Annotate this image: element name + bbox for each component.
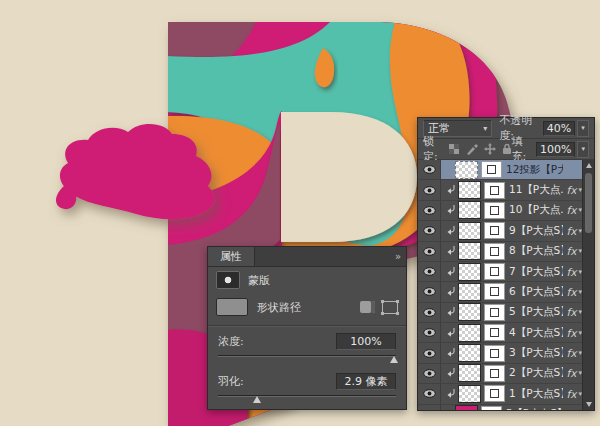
scroll-down-icon[interactable] <box>586 402 592 407</box>
lock-pixels-brush-icon[interactable] <box>466 144 478 155</box>
feather-slider-thumb[interactable] <box>253 396 261 403</box>
vector-mask-thumbnail[interactable] <box>481 161 502 178</box>
lock-position-move-icon[interactable] <box>484 143 496 155</box>
fx-badge[interactable]: fx <box>567 225 577 237</box>
fx-badge[interactable]: fx <box>567 306 577 318</box>
visibility-toggle[interactable] <box>418 364 441 383</box>
layer-row[interactable]: 6【P大点S】 fx ▾ <box>418 282 583 302</box>
layer-name[interactable]: 2【P大点S】 <box>509 366 563 380</box>
fx-badge[interactable]: fx <box>567 347 577 359</box>
layer-thumbnail[interactable] <box>458 222 481 240</box>
tab-properties[interactable]: 属性 <box>208 247 255 266</box>
layer-name[interactable]: 11【P大点... <box>509 183 563 197</box>
lock-transparency-icon[interactable] <box>449 144 460 155</box>
feather-slider[interactable] <box>218 393 396 403</box>
visibility-toggle[interactable] <box>418 201 441 220</box>
fx-badge[interactable]: fx <box>567 327 577 339</box>
shape-path-swatch[interactable] <box>216 298 248 316</box>
vector-mask-thumbnail[interactable] <box>484 304 505 321</box>
layer-row[interactable]: 9【P大点S】 fx ▾ <box>418 221 583 241</box>
opacity-dropdown-button[interactable]: ▾ <box>577 120 589 137</box>
visibility-toggle[interactable] <box>418 262 441 281</box>
panel-collapse-icon[interactable]: » <box>389 251 406 262</box>
layer-row[interactable]: 1【P大点S】 fx ▾ <box>418 384 583 404</box>
vector-mask-thumbnail[interactable] <box>484 202 505 219</box>
fx-badge[interactable]: fx <box>567 388 577 400</box>
visibility-toggle[interactable] <box>418 323 441 342</box>
layer-row[interactable]: 4【P大点S】 fx ▾ <box>418 323 583 343</box>
vector-mask-frame-icon[interactable] <box>382 301 398 314</box>
layer-thumbnail[interactable] <box>458 344 481 362</box>
vector-mask-thumbnail[interactable] <box>481 406 502 410</box>
layer-thumbnail[interactable] <box>458 385 481 403</box>
layer-row[interactable]: 2【P大点S】 fx ▾ <box>418 364 583 384</box>
layer-thumbnail[interactable] <box>458 303 481 321</box>
layer-name[interactable]: 10【P大点... <box>509 203 563 217</box>
visibility-toggle[interactable] <box>418 303 441 322</box>
layer-row[interactable]: 5【P大点S】 fx ▾ <box>418 303 583 323</box>
layer-thumbnail[interactable] <box>458 283 481 301</box>
layer-name[interactable]: P【P大点S】 <box>506 407 563 410</box>
vector-mask-thumbnail[interactable] <box>484 324 505 341</box>
vector-mask-thumbnail[interactable] <box>484 345 505 362</box>
visibility-toggle[interactable] <box>418 160 441 179</box>
vector-mask-thumbnail[interactable] <box>484 385 505 402</box>
vector-mask-thumbnail[interactable] <box>484 263 505 280</box>
layer-name[interactable]: 3【P大点S】 <box>509 346 563 360</box>
fx-badge[interactable]: fx <box>567 204 577 216</box>
fx-badge[interactable]: fx <box>567 367 577 379</box>
layer-thumbnail[interactable] <box>458 324 481 342</box>
vector-mask-thumbnail[interactable] <box>484 243 505 260</box>
layer-name[interactable]: 12投影【P大点S】 <box>506 163 563 177</box>
lock-all-padlock-icon[interactable] <box>502 143 512 155</box>
layer-thumbnail[interactable] <box>458 263 481 281</box>
layer-thumbnail[interactable] <box>455 161 478 179</box>
visibility-toggle[interactable] <box>418 242 441 261</box>
layer-thumbnail[interactable] <box>458 181 481 199</box>
layer-row[interactable]: 3【P大点S】 fx ▾ <box>418 343 583 363</box>
visibility-toggle[interactable] <box>418 180 441 199</box>
scrollbar-thumb[interactable] <box>585 173 592 233</box>
density-value[interactable]: 100% <box>336 333 396 350</box>
layer-thumbnail[interactable] <box>458 242 481 260</box>
vector-mask-thumbnail[interactable] <box>484 182 505 199</box>
layer-name[interactable]: 6【P大点S】 <box>509 285 563 299</box>
layers-scrollbar[interactable] <box>582 160 594 410</box>
fx-badge[interactable]: fx <box>567 408 577 410</box>
scroll-up-icon[interactable] <box>586 163 592 168</box>
feather-value[interactable]: 2.9 像素 <box>336 373 396 390</box>
visibility-toggle[interactable] <box>418 221 441 240</box>
density-slider[interactable] <box>218 353 396 363</box>
visibility-toggle[interactable] <box>418 384 441 403</box>
layer-thumbnail[interactable] <box>458 201 481 219</box>
layer-name[interactable]: 7【P大点S】 <box>509 265 563 279</box>
vector-mask-thumbnail[interactable] <box>484 222 505 239</box>
layer-name[interactable]: 1【P大点S】 <box>509 387 563 401</box>
mask-edge-icon[interactable] <box>360 301 375 313</box>
layer-row[interactable]: 10【P大点... fx ▾ <box>418 201 583 221</box>
layer-thumbnail[interactable] <box>455 405 478 410</box>
layer-row[interactable]: 11【P大点... fx ▾ <box>418 180 583 200</box>
vector-mask-thumbnail[interactable] <box>484 283 505 300</box>
fx-badge[interactable]: fx <box>567 184 577 196</box>
layer-name[interactable]: 8【P大点S】 <box>509 244 563 258</box>
layer-name[interactable]: 5【P大点S】 <box>509 305 563 319</box>
layer-row[interactable]: P【P大点S】 fx ▾ <box>418 405 583 411</box>
fx-badge[interactable]: fx <box>567 245 577 257</box>
fx-badge[interactable]: fx <box>567 266 577 278</box>
layer-name[interactable]: 4【P大点S】 <box>509 326 563 340</box>
visibility-toggle[interactable] <box>418 282 441 301</box>
vector-mask-thumbnail[interactable] <box>484 365 505 382</box>
visibility-toggle[interactable] <box>418 343 441 362</box>
opacity-value[interactable]: 40% <box>543 121 575 136</box>
layer-row[interactable]: 12投影【P大点S】 fx ▾ <box>418 160 583 180</box>
layer-name[interactable]: 9【P大点S】 <box>509 224 563 238</box>
fill-value[interactable]: 100% <box>536 142 575 157</box>
fx-badge[interactable]: fx <box>567 286 577 298</box>
density-slider-thumb[interactable] <box>390 356 398 363</box>
fill-dropdown-button[interactable]: ▾ <box>577 141 589 158</box>
layer-row[interactable]: 7【P大点S】 fx ▾ <box>418 262 583 282</box>
layer-thumbnail[interactable] <box>458 364 481 382</box>
visibility-toggle[interactable] <box>418 405 441 411</box>
layer-row[interactable]: 8【P大点S】 fx ▾ <box>418 242 583 262</box>
